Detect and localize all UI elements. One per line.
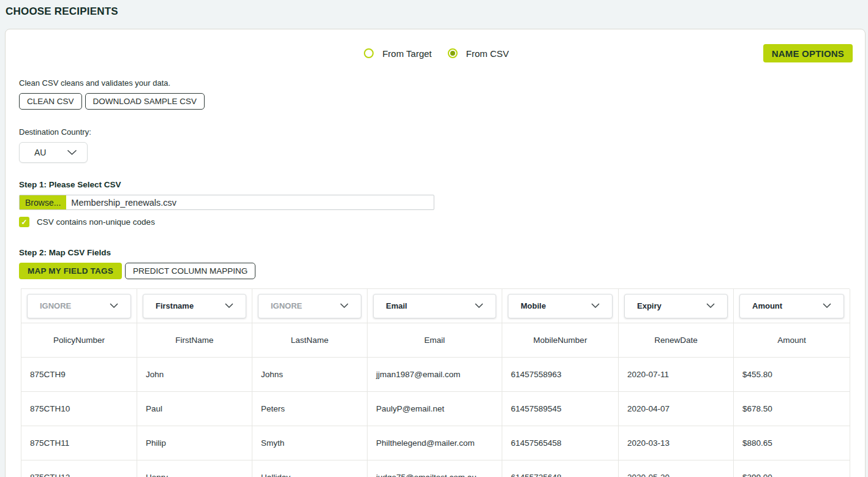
table-cell: judge75@emailtest.com.au (368, 460, 502, 477)
top-row: From Target From CSV NAME OPTIONS (19, 44, 854, 62)
non-unique-codes-checkbox[interactable]: ✓ (19, 217, 29, 227)
destination-country-select[interactable]: AU (19, 142, 88, 163)
column-mapping-value: Amount (752, 301, 782, 310)
table-cell: $880.65 (734, 426, 850, 460)
column-mapping-select[interactable]: IGNORE (27, 294, 131, 318)
column-mapping-cell: Firstname (137, 289, 252, 323)
table-cell: Philthelegend@mailer.com (368, 426, 502, 460)
radio-from-target-label: From Target (382, 48, 432, 59)
destination-country-value: AU (34, 148, 46, 157)
table-cell: 2020-05-20 (619, 460, 734, 477)
table-cell: 875CTH11 (21, 426, 137, 460)
choose-recipients-panel: From Target From CSV NAME OPTIONS Clean … (5, 29, 866, 477)
csv-preview-table: IGNOREFirstnameIGNOREEmailMobileExpiryAm… (21, 288, 850, 477)
chevron-down-icon (475, 303, 483, 309)
column-mapping-value: IGNORE (40, 301, 71, 310)
page-title: CHOOSE RECIPIENTS (0, 0, 868, 29)
table-cell: Henry (137, 460, 252, 477)
column-mapping-cell: IGNORE (252, 289, 368, 323)
radio-icon (364, 48, 374, 58)
column-mapping-select[interactable]: Firstname (143, 294, 246, 318)
table-cell: Paul (137, 392, 252, 426)
download-sample-csv-button[interactable]: DOWNLOAD SAMPLE CSV (85, 93, 205, 110)
table-cell: $678.50 (734, 392, 850, 426)
destination-country-label: Destination Country: (19, 127, 854, 137)
table-cell: 2020-07-11 (619, 358, 734, 392)
column-mapping-value: Mobile (521, 301, 546, 310)
column-mapping-cell: Email (368, 289, 502, 323)
table-cell: 61457558963 (502, 358, 619, 392)
column-mapping-cell: Expiry (619, 289, 734, 323)
table-cell: Philip (137, 426, 252, 460)
non-unique-codes-label: CSV contains non-unique codes (37, 217, 155, 227)
non-unique-codes-row: ✓ CSV contains non-unique codes (19, 217, 854, 227)
table-cell: 61457589545 (502, 392, 619, 426)
column-mapping-cell: IGNORE (21, 289, 137, 323)
csv-header-cell: LastName (252, 323, 368, 358)
column-mapping-cell: Amount (734, 289, 850, 323)
chevron-down-icon (110, 303, 118, 309)
radio-from-csv-label: From CSV (466, 48, 509, 59)
radio-from-target[interactable]: From Target (364, 48, 432, 59)
column-mapping-select[interactable]: IGNORE (258, 294, 361, 318)
csv-header-cell: Email (368, 323, 502, 358)
clean-csv-hint: Clean CSV cleans and validates your data… (19, 78, 854, 88)
chevron-down-icon (225, 303, 233, 309)
predict-column-mapping-button[interactable]: PREDICT COLUMN MAPPING (125, 263, 255, 279)
csv-header-row: PolicyNumberFirstNameLastNameEmailMobile… (21, 323, 850, 358)
chevron-down-icon (823, 303, 831, 309)
table-cell: 2020-03-13 (619, 426, 734, 460)
column-mapping-value: Email (386, 301, 407, 310)
clean-csv-button-row: CLEAN CSV DOWNLOAD SAMPLE CSV (19, 93, 854, 110)
step1-label: Step 1: Please Select CSV (19, 180, 854, 189)
column-mapping-cell: Mobile (502, 289, 619, 323)
chevron-down-icon (67, 149, 77, 156)
table-cell: Peters (252, 392, 368, 426)
step2-label: Step 2: Map CSV Fields (19, 248, 854, 257)
table-cell: 2020-04-07 (619, 392, 734, 426)
table-cell: 61457565458 (502, 426, 619, 460)
mapping-button-row: MAP MY FIELD TAGS PREDICT COLUMN MAPPING (19, 263, 854, 279)
csv-header-cell: RenewDate (619, 323, 734, 358)
table-cell: Johns (252, 358, 368, 392)
table-row: 875CTH9JohnJohnsjjman1987@email.com61457… (21, 358, 850, 392)
column-mapping-select[interactable]: Email (373, 294, 496, 318)
browse-button[interactable]: Browse... (20, 195, 66, 209)
csv-header-cell: FirstName (137, 323, 252, 358)
table-cell: jjman1987@email.com (368, 358, 502, 392)
table-row: 875CTH10PaulPetersPaulyP@email.net614575… (21, 392, 850, 426)
table-cell: $455.80 (734, 358, 850, 392)
column-mapping-value: Expiry (637, 301, 662, 310)
csv-filename: Membership_renewals.csv (66, 198, 176, 208)
csv-header-cell: PolicyNumber (21, 323, 137, 358)
table-cell: 875CTH12 (21, 460, 137, 477)
table-row: 875CTH11PhilipSmythPhilthelegend@mailer.… (21, 426, 850, 460)
check-icon: ✓ (21, 218, 27, 227)
table-cell: Halliday (252, 460, 368, 477)
csv-header-cell: Amount (734, 323, 850, 358)
column-mapping-select[interactable]: Mobile (508, 294, 613, 318)
csv-header-cell: MobileNumber (502, 323, 619, 358)
table-row: 875CTH12HenryHallidayjudge75@emailtest.c… (21, 460, 850, 477)
table-cell: PaulyP@email.net (368, 392, 502, 426)
column-mapping-select[interactable]: Amount (739, 294, 844, 318)
column-mapping-select[interactable]: Expiry (624, 294, 728, 318)
column-mapping-row: IGNOREFirstnameIGNOREEmailMobileExpiryAm… (21, 289, 850, 323)
csv-file-input[interactable]: Browse... Membership_renewals.csv (19, 195, 434, 210)
radio-from-csv[interactable]: From CSV (448, 48, 509, 59)
map-my-field-tags-button[interactable]: MAP MY FIELD TAGS (19, 263, 122, 279)
table-cell: 875CTH9 (21, 358, 137, 392)
table-cell: Smyth (252, 426, 368, 460)
table-cell: 61455725648 (502, 460, 619, 477)
table-cell: 875CTH10 (21, 392, 137, 426)
source-radio-group: From Target From CSV (19, 44, 854, 62)
column-mapping-value: Firstname (156, 301, 194, 310)
clean-csv-button[interactable]: CLEAN CSV (19, 93, 82, 110)
chevron-down-icon (340, 303, 349, 309)
radio-icon (448, 48, 458, 58)
name-options-button[interactable]: NAME OPTIONS (763, 44, 853, 62)
table-cell: John (137, 358, 252, 392)
chevron-down-icon (706, 303, 715, 309)
column-mapping-value: IGNORE (271, 301, 302, 310)
table-cell: $399.00 (734, 460, 850, 477)
